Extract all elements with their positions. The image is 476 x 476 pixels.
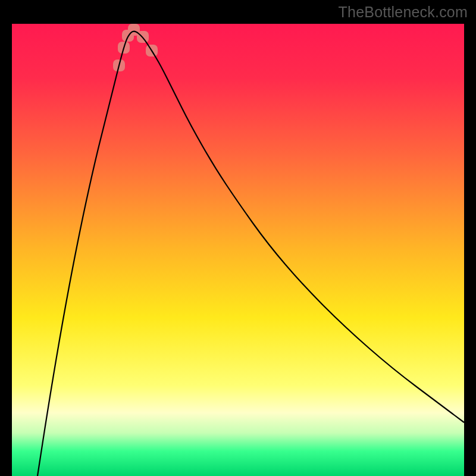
plot-background: [12, 24, 464, 476]
chart-frame: TheBottleneck.com: [0, 0, 476, 476]
bottleneck-chart: [0, 0, 476, 476]
watermark-text: TheBottleneck.com: [339, 4, 468, 21]
